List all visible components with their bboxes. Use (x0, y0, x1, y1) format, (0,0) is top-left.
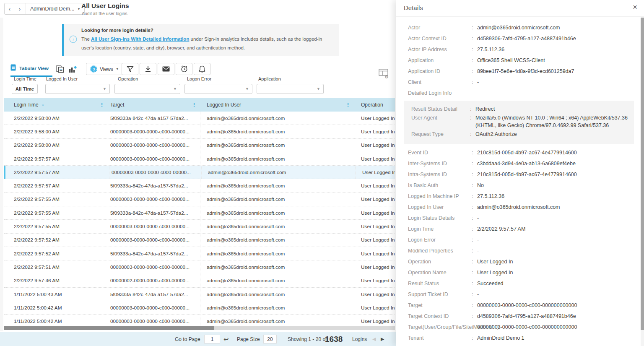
table-row[interactable]: 2/2/2022 9:57:46 AM00000002-0000-0000-c0… (4, 274, 395, 288)
cell-operation: User Logged In (354, 237, 395, 243)
table-row[interactable]: 2/2/2022 9:58:00 AM00000003-0000-0000-c0… (4, 139, 395, 152)
alarm-clock-icon (181, 65, 188, 73)
table-row[interactable]: 2/2/2022 9:57:55 AM00000003-0000-0000-c0… (4, 220, 395, 233)
table-row[interactable]: 1/11/2022 5:00:43 AM5f09333a-842c-47da-a… (4, 288, 395, 301)
field-label: Result Status (408, 280, 472, 287)
filter-label-operation: Operation (118, 76, 138, 81)
chevron-down-icon: ▼ (317, 87, 320, 91)
svg-text:i: i (73, 37, 74, 42)
prev-page-icon[interactable]: ◀ (372, 332, 376, 346)
field-label: Actor (408, 24, 472, 31)
cell-login-time: 2/2/2022 9:57:51 AM (4, 260, 108, 273)
field-colon: : (472, 79, 477, 86)
cell-operation: User Logged In (354, 251, 395, 257)
details-field-row: Result Status:Succeeded (408, 280, 636, 287)
field-colon: : (472, 313, 477, 320)
page-title: All User Logins (81, 2, 129, 10)
field-colon: : (472, 237, 477, 243)
alerts-button[interactable] (194, 63, 210, 75)
field-colon: : (472, 204, 477, 211)
table-body: 2/2/2022 9:58:00 AM5f09333a-842c-47da-a1… (4, 112, 395, 328)
table-row[interactable]: 2/2/2022 9:57:55 AM5f09333a-842c-47da-a1… (4, 206, 395, 220)
field-colon: : (472, 24, 477, 31)
views-dropdown[interactable]: 3 Views ▼ (86, 63, 123, 75)
cell-logged-in-user: admin@o365droid.onmicrosoft.com (200, 193, 354, 206)
application-filter[interactable]: ▼ (257, 84, 324, 94)
details-panel-header: Details × (396, 0, 644, 17)
workspace-selector[interactable]: AdminDroid Dem... (26, 6, 78, 12)
cell-login-time: 2/2/2022 9:58:00 AM (4, 139, 108, 152)
schedule-button[interactable] (176, 63, 192, 75)
table-row[interactable]: 2/2/2022 9:57:57 AM5f09333a-842c-47da-a1… (4, 179, 395, 193)
field-label: Login Time (408, 226, 472, 232)
table-row[interactable]: 2/2/2022 9:57:55 AM00000003-0000-0000-c0… (4, 193, 395, 206)
field-colon: : (472, 226, 477, 232)
field-colon: : (472, 324, 477, 330)
logged-in-user-filter[interactable]: ▼ (45, 84, 110, 94)
field-label: Intra-Systems ID (408, 171, 472, 178)
logon-error-filter[interactable]: ▼ (184, 84, 252, 94)
details-field-row: Application:Office365 Shell WCSS-Client (408, 57, 636, 64)
field-value: User Logged In (477, 258, 636, 265)
field-value: d4589306-7afd-4795-a127-a4887491b46e (477, 35, 636, 42)
login-time-filter-button[interactable]: All Time (12, 84, 38, 94)
details-field-row: Result Status Detail:Redirect (411, 105, 629, 113)
column-header-logged-in-user[interactable]: Logged In User ⋮ (200, 98, 354, 112)
cell-target: 5f09333a-842c-47da-a157-57da2... (108, 112, 200, 125)
field-colon: : (472, 171, 477, 178)
table-row[interactable]: 2/2/2022 9:57:57 AM00000003-0000-0000-c0… (4, 166, 395, 179)
tab-label: Tabular View (19, 66, 49, 71)
close-icon[interactable]: × (633, 3, 637, 12)
table-row[interactable]: 1/11/2022 5:00:42 AM00000003-0000-0000-c… (4, 301, 395, 315)
export-button[interactable] (140, 63, 156, 75)
email-button[interactable] (158, 63, 174, 75)
operation-filter[interactable]: ▼ (114, 84, 180, 94)
field-value: AdminDroid Demo 1 (477, 335, 636, 341)
banner-text: The All User Sign-ins With Detailed Info… (81, 35, 332, 52)
cell-operation: User Logged In (354, 291, 395, 297)
vertical-scrollbar-thumb[interactable] (641, 18, 644, 330)
details-field-row: Tenant:AdminDroid Demo 1 (408, 335, 636, 341)
back-arrow-icon[interactable]: ‹ (5, 6, 15, 12)
forward-arrow-icon[interactable]: › (15, 6, 25, 12)
chart-view-icon[interactable] (68, 65, 77, 75)
column-header-target[interactable]: Target ⋮ (108, 98, 200, 112)
download-icon (145, 66, 151, 73)
cell-login-time: 2/2/2022 9:57:46 AM (4, 274, 108, 287)
details-field-row: Login Time:2/2/2022 9:57:57 AM (408, 226, 636, 232)
detailed-signins-link[interactable]: All User Sign-ins With Detailed Informat… (91, 36, 189, 42)
field-label: Modified Properties (408, 247, 472, 254)
column-menu-icon[interactable]: ⋮ (192, 102, 200, 108)
table-row[interactable]: 2/2/2022 9:57:57 AM00000003-0000-0000-c0… (4, 152, 395, 166)
table-row[interactable]: 2/2/2022 9:57:52 AM00000003-0000-0000-c0… (4, 234, 395, 247)
horizontal-scrollbar-thumb[interactable] (4, 326, 214, 330)
column-header-operation[interactable]: Operation (354, 98, 395, 112)
page-size-input[interactable] (263, 335, 277, 343)
field-colon: : (472, 302, 477, 309)
page-number-input[interactable] (204, 335, 220, 343)
field-value: - (477, 215, 636, 221)
tab-tabular-view[interactable]: Tabular View (10, 64, 52, 77)
column-menu-icon[interactable]: ⋮ (99, 102, 108, 108)
field-label: Event ID (408, 149, 472, 156)
cell-target: 5f09333a-842c-47da-a157-57da2... (108, 206, 200, 219)
table-row[interactable]: 2/2/2022 9:57:51 AM00000003-0000-0000-c0… (4, 260, 395, 274)
cell-logged-in-user: admin@o365droid.onmicrosoft.com (200, 152, 354, 165)
table-row[interactable]: 2/2/2022 9:57:52 AM5f09333a-842c-47da-a1… (4, 247, 395, 260)
next-page-icon[interactable]: ▶ (381, 332, 384, 346)
table-row[interactable]: 2/2/2022 9:58:00 AM5f09333a-842c-47da-a1… (4, 112, 395, 125)
filter-button[interactable] (122, 63, 138, 75)
field-colon: : (472, 46, 477, 53)
field-value: 210c815d-005d-4b97-ac67-4e4779914600 (477, 171, 636, 178)
column-menu-icon[interactable]: ⋮ (345, 102, 354, 108)
cell-login-time: 2/2/2022 9:57:55 AM (4, 220, 108, 233)
column-settings-icon[interactable]: ⚙ (379, 69, 390, 81)
cell-operation: User Logged In (354, 183, 395, 189)
field-label: Application (408, 57, 472, 64)
go-icon[interactable]: ↩ (223, 332, 229, 346)
details-field-row: Target Context ID:d4589306-7afd-4795-a12… (408, 313, 636, 320)
report-copy-view-icon[interactable] (56, 65, 65, 75)
column-header-login-time[interactable]: Login Time⌄ ⋮ (4, 98, 108, 112)
table-row[interactable]: 2/2/2022 9:58:00 AM00000003-0000-0000-c0… (4, 125, 395, 138)
field-value: Redirect (475, 105, 629, 113)
